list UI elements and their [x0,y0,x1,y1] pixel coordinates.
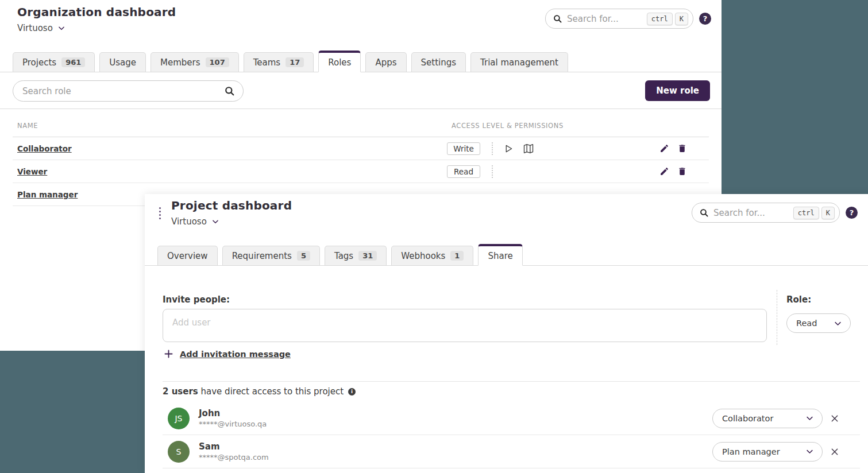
user-row-sam: S Sam *****@spotqa.com Plan manager [163,435,860,468]
org-tabs: Projects961 Usage Members107 Teams17 Rol… [0,51,722,72]
remove-user-button[interactable] [828,445,842,459]
search-icon [553,14,562,24]
kbd-k: K [675,13,688,25]
project-page-title: Project dashboard [171,199,292,212]
tab-usage[interactable]: Usage [99,52,146,72]
tab-share[interactable]: Share [478,244,522,266]
plus-icon [164,349,173,359]
tab-badge: 17 [286,57,304,67]
pencil-icon [659,144,669,153]
user-role-value: Plan manager [722,447,780,456]
edit-role-button[interactable] [658,142,670,154]
add-invitation-message-link[interactable]: Add invitation message [164,349,291,359]
divider [163,381,860,382]
kbd-ctrl: ctrl [647,13,673,25]
delete-role-button[interactable] [676,142,688,154]
dotted-separator [492,142,493,155]
access-level-badge: Write [447,142,480,155]
trash-icon [677,144,687,153]
roles-table: NAME ACCESS LEVEL & PERMISSIONS Collabor… [13,122,709,206]
tab-teams[interactable]: Teams17 [244,52,314,72]
role-label: Role: [786,294,811,305]
tab-projects[interactable]: Projects961 [13,52,95,72]
avatar: S [168,441,190,463]
tab-webhooks[interactable]: Webhooks1 [391,246,473,265]
role-link[interactable]: Collaborator [13,144,72,153]
edit-role-button[interactable] [658,165,670,177]
tab-badge: 5 [297,251,310,261]
search-icon [224,86,235,96]
role-link[interactable]: Plan manager [13,190,78,199]
trash-icon [677,166,687,176]
new-role-button[interactable]: New role [645,80,710,101]
search-role-input[interactable] [22,86,224,96]
table-row-collaborator: Collaborator Write [13,137,709,160]
roles-toolbar: New role [0,73,722,109]
dashed-separator [777,290,777,345]
table-row-viewer: Viewer Read [13,160,709,183]
help-icon[interactable]: ? [699,13,711,25]
user-list: JS John *****@virtuoso.qa Collaborator S [163,402,860,468]
col-name-header: NAME [13,122,447,130]
search-icon [699,208,709,218]
map-permission-icon [523,143,534,154]
kbd-k: K [821,207,835,219]
project-global-search[interactable]: ctrl K [692,203,840,223]
tab-tags[interactable]: Tags31 [325,246,387,265]
user-name: John [199,408,267,418]
project-dashboard-panel: Project dashboard Virtuoso ctrl K ? Over… [145,194,868,473]
access-level-badge: Read [447,165,480,178]
search-role-box[interactable] [13,80,244,102]
org-selector-dropdown[interactable]: Virtuoso [17,23,65,33]
user-role-dropdown[interactable]: Collaborator [712,409,823,428]
pencil-icon [659,166,669,176]
share-tab-content: Invite people: Role: Read Add invitation… [145,266,868,473]
invite-people-label: Invite people: [163,294,230,305]
users-summary: 2 users have direct access to this proje… [163,386,356,397]
user-role-dropdown[interactable]: Plan manager [712,442,823,462]
users-count: 2 users [163,386,198,397]
tab-requirements[interactable]: Requirements5 [222,246,320,265]
tab-members[interactable]: Members107 [151,52,239,72]
chevron-down-icon [834,319,842,328]
tab-overview[interactable]: Overview [157,246,218,265]
dotted-separator [492,165,493,178]
org-header: Organization dashboard Virtuoso ctrl K ? [0,0,722,51]
org-page-title: Organization dashboard [17,5,176,19]
org-global-search-input[interactable] [567,14,645,24]
tab-badge: 1 [450,251,464,261]
tab-apps[interactable]: Apps [365,52,406,72]
add-user-input[interactable] [163,309,767,342]
tab-trial-management[interactable]: Trial management [470,52,568,72]
col-access-header: ACCESS LEVEL & PERMISSIONS [447,122,709,130]
tab-roles[interactable]: Roles [318,51,361,72]
remove-user-button[interactable] [828,412,842,425]
close-icon [830,414,839,423]
kebab-menu-icon[interactable] [157,206,163,221]
project-tabs: Overview Requirements5 Tags31 Webhooks1 … [145,244,868,266]
tab-badge: 107 [206,57,229,67]
user-email: *****@spotqa.com [199,453,269,462]
chevron-down-icon [805,414,814,422]
chevron-down-icon [57,24,65,32]
org-selector-label: Virtuoso [17,23,53,33]
info-icon[interactable]: i [348,388,356,396]
org-global-search[interactable]: ctrl K [545,9,693,29]
role-link[interactable]: Viewer [13,167,47,176]
play-permission-icon [503,144,514,154]
chevron-down-icon [211,218,219,226]
delete-role-button[interactable] [676,165,688,177]
tab-badge: 961 [61,57,85,67]
user-role-value: Collaborator [722,414,773,423]
user-email: *****@virtuoso.qa [199,420,267,428]
close-icon [830,447,839,456]
project-org-selector-dropdown[interactable]: Virtuoso [171,216,219,227]
invite-role-value: Read [796,319,817,328]
user-name: Sam [199,441,269,452]
project-global-search-input[interactable] [713,208,791,218]
tab-settings[interactable]: Settings [411,52,466,72]
project-org-selector-label: Virtuoso [171,216,207,227]
invite-role-dropdown[interactable]: Read [786,313,851,333]
avatar: JS [168,408,190,429]
help-icon[interactable]: ? [846,207,858,219]
